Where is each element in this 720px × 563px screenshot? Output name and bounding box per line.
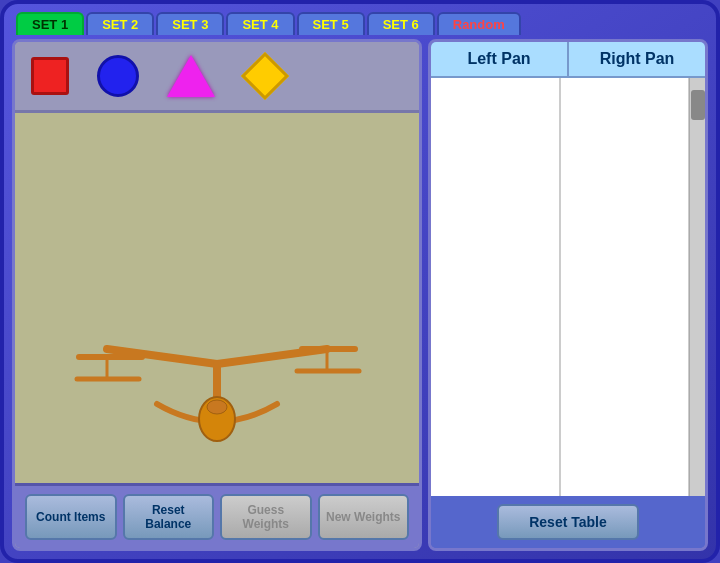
tab-set3[interactable]: SET 3 bbox=[156, 12, 224, 35]
reset-balance-button[interactable]: Reset Balance bbox=[123, 494, 215, 540]
main-content: Count Items Reset Balance Guess Weights … bbox=[12, 39, 708, 551]
balance-scale-svg bbox=[57, 289, 377, 449]
yellow-diamond-wrapper[interactable] bbox=[243, 54, 287, 98]
tab-set6[interactable]: SET 6 bbox=[367, 12, 435, 35]
right-pan-header: Right Pan bbox=[569, 42, 705, 76]
table-header: Left Pan Right Pan bbox=[431, 42, 705, 78]
scrollbar-thumb[interactable] bbox=[691, 90, 705, 120]
scrollbar[interactable] bbox=[689, 78, 705, 496]
tab-random[interactable]: Random bbox=[437, 12, 521, 35]
right-pan-column bbox=[561, 78, 690, 496]
shapes-tray bbox=[15, 42, 419, 113]
tabs-row: SET 1 SET 2 SET 3 SET 4 SET 5 SET 6 Rand… bbox=[12, 12, 708, 35]
left-panel: Count Items Reset Balance Guess Weights … bbox=[12, 39, 422, 551]
svg-point-10 bbox=[207, 400, 227, 414]
table-body-container bbox=[431, 78, 705, 496]
tab-set1[interactable]: SET 1 bbox=[16, 12, 84, 35]
guess-weights-button[interactable]: Guess Weights bbox=[220, 494, 312, 540]
right-panel: Left Pan Right Pan Reset Table bbox=[428, 39, 708, 551]
reset-table-row: Reset Table bbox=[431, 496, 705, 548]
new-weights-button[interactable]: New Weights bbox=[318, 494, 410, 540]
tab-set2[interactable]: SET 2 bbox=[86, 12, 154, 35]
red-square-shape[interactable] bbox=[31, 57, 69, 95]
buttons-row: Count Items Reset Balance Guess Weights … bbox=[15, 483, 419, 548]
balance-scale bbox=[57, 289, 377, 453]
yellow-diamond-shape[interactable] bbox=[241, 52, 289, 100]
tab-set5[interactable]: SET 5 bbox=[297, 12, 365, 35]
left-pan-header: Left Pan bbox=[431, 42, 569, 76]
blue-circle-shape[interactable] bbox=[97, 55, 139, 97]
tab-set4[interactable]: SET 4 bbox=[226, 12, 294, 35]
left-pan-column bbox=[431, 78, 560, 496]
count-items-button[interactable]: Count Items bbox=[25, 494, 117, 540]
balance-area bbox=[15, 113, 419, 483]
app-frame: SET 1 SET 2 SET 3 SET 4 SET 5 SET 6 Rand… bbox=[0, 0, 720, 563]
pink-triangle-shape[interactable] bbox=[167, 55, 215, 97]
reset-table-button[interactable]: Reset Table bbox=[497, 504, 639, 540]
